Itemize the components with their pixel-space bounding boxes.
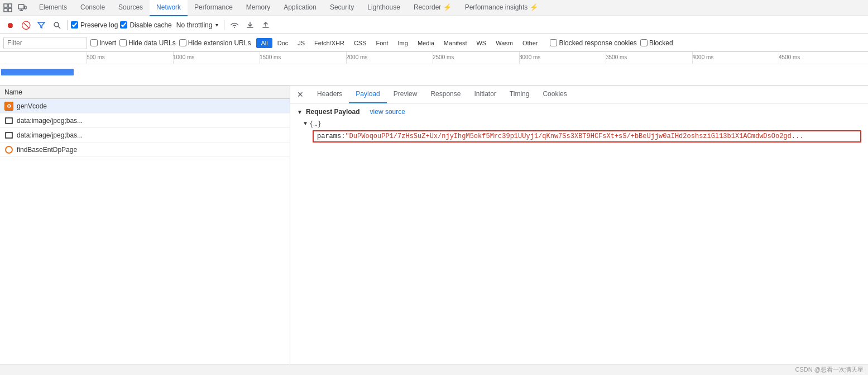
- type-filter-img[interactable]: Img: [394, 38, 413, 48]
- json-toggle[interactable]: ▼: [304, 119, 307, 129]
- hide-ext-urls-text: Hide extension URLs: [188, 39, 251, 47]
- ruler-tick-5: 3000 ms: [519, 54, 540, 60]
- throttle-label: No throttling: [176, 21, 213, 29]
- filter-bar: Invert Hide data URLs Hide extension URL…: [0, 34, 868, 52]
- divider-2: [224, 20, 224, 30]
- hide-ext-urls-label[interactable]: Hide extension URLs: [179, 39, 251, 47]
- tab-performance-insights[interactable]: Performance insights ⚡: [458, 0, 545, 16]
- tab-network[interactable]: Network: [150, 0, 188, 16]
- device-icon[interactable]: [17, 2, 28, 13]
- tab-application[interactable]: Application: [277, 0, 323, 16]
- request-item-name: genVcode: [17, 102, 285, 110]
- tab-recorder[interactable]: Recorder ⚡: [407, 0, 458, 16]
- preserve-log-checkbox[interactable]: [71, 21, 78, 29]
- blocked-text: Blocked: [649, 39, 673, 47]
- blocked-checkbox[interactable]: [640, 39, 648, 46]
- ruler-tick-0: 500 ms: [87, 54, 105, 60]
- record-button[interactable]: ⏺: [3, 18, 17, 32]
- hide-data-urls-label[interactable]: Hide data URLs: [119, 39, 176, 47]
- detail-tab-headers[interactable]: Headers: [310, 86, 349, 103]
- tab-console[interactable]: Console: [74, 0, 112, 16]
- detail-panel: ✕ HeadersPayloadPreviewResponseInitiator…: [290, 86, 868, 364]
- detail-tab-initiator[interactable]: Initiator: [467, 86, 502, 103]
- watermark: CSDN @想看一次满天星: [795, 365, 864, 374]
- request-item[interactable]: data:image/jpeg;bas...: [0, 113, 290, 128]
- import-button[interactable]: [243, 18, 257, 32]
- type-filter-css[interactable]: CSS: [349, 38, 371, 48]
- hide-ext-urls-checkbox[interactable]: [179, 39, 186, 46]
- blocked-label[interactable]: Blocked: [640, 39, 673, 47]
- request-item-name: findBaseEntDpPage: [17, 146, 285, 154]
- hide-data-urls-checkbox[interactable]: [119, 39, 127, 46]
- preserve-log-text: Preserve log: [80, 21, 118, 29]
- tab-bar: Elements Console Sources Network Perform…: [0, 0, 868, 16]
- svg-rect-3: [8, 8, 12, 12]
- blocked-response-label[interactable]: Blocked response cookies: [550, 39, 636, 47]
- request-item[interactable]: ⚙genVcode: [0, 99, 290, 113]
- toolbar: ⏺ 🚫 Preserve log Disable cache No thrott…: [0, 16, 868, 34]
- ruler-tick-4: 2500 ms: [433, 54, 454, 60]
- blocked-response-checkbox[interactable]: [550, 39, 557, 46]
- type-filter-font[interactable]: Font: [372, 38, 393, 48]
- clear-button[interactable]: 🚫: [19, 18, 32, 32]
- json-bracket: {…}: [309, 119, 322, 129]
- params-row: params: "DuPWoqouPP1/7zHsSuZ+Ux/njyIhgM5…: [313, 130, 861, 143]
- ruler-line-6: [606, 52, 606, 64]
- detail-tab-payload[interactable]: Payload: [349, 86, 386, 103]
- tab-lighthouse[interactable]: Lighthouse: [361, 0, 407, 16]
- type-filter-fetch/xhr[interactable]: Fetch/XHR: [310, 38, 349, 48]
- json-tree: ▼ {…} params: "DuPWoqouPP1/7zHsSuZ+Ux/nj…: [304, 119, 861, 143]
- ruler-line-1: [173, 52, 174, 64]
- inspect-icon[interactable]: [2, 2, 13, 13]
- image-icon: [5, 132, 13, 139]
- disable-cache-label[interactable]: Disable cache: [120, 21, 171, 29]
- hide-data-urls-text: Hide data URLs: [128, 39, 176, 47]
- detail-tab-cookies[interactable]: Cookies: [536, 86, 573, 103]
- type-filter-buttons: AllDocJSFetch/XHRCSSFontImgMediaManifest…: [256, 38, 542, 48]
- preserve-log-label[interactable]: Preserve log: [71, 21, 118, 29]
- request-item[interactable]: data:image/jpeg;bas...: [0, 128, 290, 143]
- export-button[interactable]: [259, 18, 272, 32]
- request-items: ⚙genVcodedata:image/jpeg;bas...data:imag…: [0, 99, 290, 364]
- ruler-tick-7: 4000 ms: [692, 54, 713, 60]
- type-filter-other[interactable]: Other: [518, 38, 543, 48]
- disable-cache-text: Disable cache: [130, 21, 171, 29]
- detail-tab-response[interactable]: Response: [424, 86, 467, 103]
- detail-content: ▼ Request Payload view source ▼ {…} para…: [290, 103, 868, 364]
- type-filter-manifest[interactable]: Manifest: [439, 38, 472, 48]
- image-icon: [5, 117, 13, 124]
- invert-label: Invert: [99, 39, 116, 47]
- svg-rect-1: [8, 4, 12, 7]
- type-filter-media[interactable]: Media: [413, 38, 439, 48]
- search-button[interactable]: [50, 18, 64, 32]
- svg-line-9: [58, 26, 60, 29]
- view-source-link[interactable]: view source: [370, 108, 405, 116]
- wifi-icon[interactable]: [228, 18, 241, 32]
- tab-memory[interactable]: Memory: [239, 0, 277, 16]
- throttle-select[interactable]: No throttling ▾: [174, 20, 221, 30]
- detail-tab-timing[interactable]: Timing: [503, 86, 536, 103]
- invert-checkbox-label[interactable]: Invert: [90, 39, 116, 47]
- detail-tabs: ✕ HeadersPayloadPreviewResponseInitiator…: [290, 86, 868, 103]
- type-filter-all[interactable]: All: [256, 38, 272, 48]
- tab-security[interactable]: Security: [323, 0, 361, 16]
- tab-elements[interactable]: Elements: [32, 0, 74, 16]
- type-filter-wasm[interactable]: Wasm: [491, 38, 517, 48]
- ruler-tick-6: 3500 ms: [606, 54, 627, 60]
- close-detail-button[interactable]: ✕: [294, 88, 307, 101]
- request-item-name: data:image/jpeg;bas...: [17, 117, 285, 125]
- disable-cache-checkbox[interactable]: [120, 21, 127, 29]
- timeline-bar-area: [0, 64, 868, 86]
- type-filter-ws[interactable]: WS: [472, 38, 491, 48]
- request-item[interactable]: findBaseEntDpPage: [0, 143, 290, 157]
- throttle-chevron: ▾: [215, 22, 218, 28]
- blocked-response-text: Blocked response cookies: [559, 39, 636, 47]
- filter-input[interactable]: [3, 37, 87, 49]
- type-filter-js[interactable]: JS: [293, 38, 309, 48]
- tab-sources[interactable]: Sources: [112, 0, 150, 16]
- type-filter-doc[interactable]: Doc: [273, 38, 293, 48]
- tab-performance[interactable]: Performance: [188, 0, 239, 16]
- invert-checkbox[interactable]: [90, 39, 98, 46]
- filter-button[interactable]: [35, 18, 48, 32]
- detail-tab-preview[interactable]: Preview: [387, 86, 424, 103]
